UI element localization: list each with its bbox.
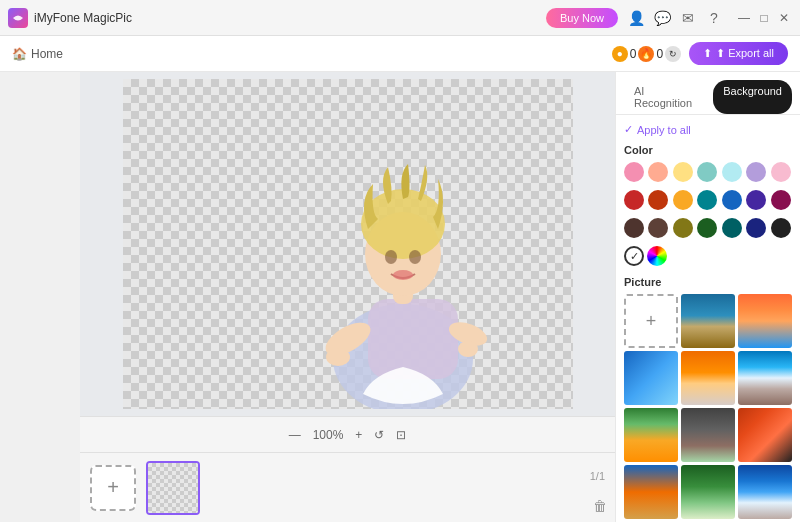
navbar: 🏠 Home ● 0 🔥 0 ↻ ⬆ ⬆ Export all [0, 36, 800, 72]
color-swatch[interactable] [673, 162, 693, 182]
bg-picture-ocean[interactable] [681, 294, 735, 348]
person-image [293, 139, 513, 409]
color-grid-row3 [624, 218, 792, 238]
color-grid-row1 [624, 162, 792, 182]
color-section-label: Color [624, 144, 792, 156]
panel-body: ✓ Apply to all Color [616, 115, 800, 522]
svg-point-8 [409, 250, 421, 264]
picture-grid: + [624, 294, 792, 522]
color-swatch[interactable] [771, 162, 791, 182]
svg-point-6 [361, 189, 445, 259]
color-swatch[interactable] [673, 190, 693, 210]
picture-section-label: Picture [624, 276, 792, 288]
delete-icon[interactable]: 🗑 [593, 498, 607, 514]
bg-picture-mountain[interactable] [681, 351, 735, 405]
minimize-button[interactable]: — [736, 10, 752, 26]
right-panel: AI Recognition Background ✓ Apply to all… [615, 72, 800, 522]
add-picture-button[interactable]: + [624, 294, 678, 348]
home-label: Home [31, 47, 63, 61]
svg-point-9 [393, 270, 413, 280]
export-button[interactable]: ⬆ ⬆ Export all [689, 42, 788, 65]
canvas-image [123, 79, 573, 409]
titlebar-icons: 👤 💬 ✉ ? [626, 10, 724, 26]
close-button[interactable]: ✕ [776, 10, 792, 26]
gold-coin-icon: ● [612, 46, 628, 62]
color-swatch[interactable] [771, 218, 791, 238]
rotate-icon[interactable]: ↺ [374, 428, 384, 442]
refresh-icon[interactable]: ↻ [665, 46, 681, 62]
bottom-strip: + 🗑 [80, 452, 615, 522]
page-indicator: 1/1 [590, 470, 605, 482]
bg-picture-blue[interactable] [624, 351, 678, 405]
account-icon[interactable]: 👤 [626, 10, 646, 26]
bg-picture-coast[interactable] [738, 351, 792, 405]
bg-picture-arch[interactable] [738, 408, 792, 462]
titlebar: iMyFone MagicPic Buy Now 👤 💬 ✉ ? — □ ✕ [0, 0, 800, 36]
apply-all-toggle[interactable]: ✓ Apply to all [624, 123, 792, 136]
zoom-in-icon[interactable]: + [355, 428, 362, 442]
canvas-container [80, 72, 615, 416]
svg-point-7 [385, 250, 397, 264]
bg-picture-road[interactable] [681, 408, 735, 462]
color-swatch[interactable] [673, 218, 693, 238]
tab-ai-recognition[interactable]: AI Recognition [624, 80, 709, 114]
color-swatch[interactable] [722, 190, 742, 210]
app-title: iMyFone MagicPic [34, 11, 546, 25]
app-logo [8, 8, 28, 28]
svg-rect-1 [368, 299, 458, 379]
bg-picture-palm[interactable] [624, 408, 678, 462]
image-thumbnail[interactable] [146, 461, 200, 515]
maximize-button[interactable]: □ [756, 10, 772, 26]
panel-tabs: AI Recognition Background [616, 72, 800, 115]
tab-background[interactable]: Background [713, 80, 792, 114]
color-swatch[interactable] [722, 162, 742, 182]
bg-picture-forest[interactable] [681, 465, 735, 519]
export-label: ⬆ Export all [716, 47, 774, 60]
main-content: — 100% + ↺ ⊡ + 🗑 1/1 AI Recognition [0, 72, 800, 522]
svg-point-11 [458, 341, 478, 357]
titlebar-right: Buy Now 👤 💬 ✉ ? — □ ✕ [546, 8, 792, 28]
apply-all-label: Apply to all [637, 124, 691, 136]
color-swatch[interactable] [648, 218, 668, 238]
add-image-button[interactable]: + [90, 465, 136, 511]
bg-picture-sunset[interactable] [738, 294, 792, 348]
color-swatch[interactable] [697, 190, 717, 210]
zoom-level: 100% [313, 428, 344, 442]
color-swatch[interactable] [624, 218, 644, 238]
bg-picture-desert[interactable] [624, 465, 678, 519]
color-swatch[interactable] [746, 218, 766, 238]
help-icon[interactable]: ? [704, 10, 724, 26]
bg-picture-lighthouse[interactable] [738, 465, 792, 519]
export-icon: ⬆ [703, 47, 712, 60]
color-swatch[interactable] [771, 190, 791, 210]
color-swatch[interactable] [624, 190, 644, 210]
coin-count: 0 [630, 47, 637, 61]
color-swatch[interactable] [746, 190, 766, 210]
window-controls: — □ ✕ [736, 10, 792, 26]
color-swatch[interactable] [648, 190, 668, 210]
thumb-checkerboard [148, 463, 198, 513]
color-swatch[interactable] [648, 162, 668, 182]
zoom-out-icon[interactable]: — [289, 428, 301, 442]
color-swatch[interactable] [697, 218, 717, 238]
left-sidebar [0, 72, 80, 522]
buy-now-button[interactable]: Buy Now [546, 8, 618, 28]
color-swatch[interactable] [697, 162, 717, 182]
svg-point-10 [326, 348, 350, 366]
navbar-right: ● 0 🔥 0 ↻ ⬆ ⬆ Export all [612, 42, 788, 65]
chat-icon[interactable]: 💬 [652, 10, 672, 26]
color-swatch[interactable] [746, 162, 766, 182]
color-picker-button[interactable] [647, 246, 667, 266]
home-button[interactable]: 🏠 Home [12, 47, 63, 61]
fit-icon[interactable]: ⊡ [396, 428, 406, 442]
checkmark-icon: ✓ [624, 123, 633, 136]
canvas-area: — 100% + ↺ ⊡ + 🗑 1/1 [80, 72, 615, 522]
color-swatch[interactable] [722, 218, 742, 238]
color-grid-row2 [624, 190, 792, 210]
mail-icon[interactable]: ✉ [678, 10, 698, 26]
coin-badge: ● 0 🔥 0 ↻ [612, 46, 681, 62]
color-special-row: ✓ [624, 246, 792, 266]
selected-color-indicator: ✓ [624, 246, 644, 266]
flame-icon: 🔥 [638, 46, 654, 62]
color-swatch[interactable] [624, 162, 644, 182]
